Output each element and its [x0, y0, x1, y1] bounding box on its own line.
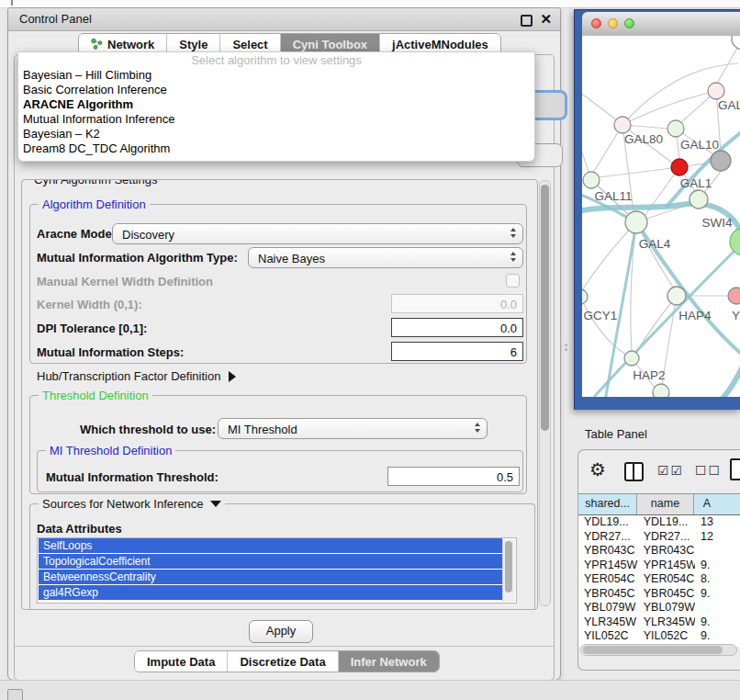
- column-header-name[interactable]: name: [637, 494, 694, 514]
- attribute-item-betweennesscentrality[interactable]: BetweennessCentrality: [39, 570, 502, 585]
- network-canvas[interactable]: GALGAL80GAL10GAL1GAL11SWI4GAL4GCY1HAP4YH…: [582, 36, 740, 397]
- table-cell[interactable]: YDL19...: [578, 515, 638, 530]
- float-icon[interactable]: [521, 15, 533, 27]
- gear-icon[interactable]: ⚙: [589, 458, 606, 480]
- network-node-partial-top[interactable]: [732, 36, 740, 50]
- network-node-GAL80[interactable]: [614, 117, 631, 133]
- table-cell[interactable]: YDR27...: [578, 530, 638, 545]
- table-row-8[interactable]: YIL052CYIL052C9.: [578, 629, 740, 644]
- hub-definition-toggle[interactable]: Hub/Transcription Factor Definition: [37, 369, 236, 383]
- cyni-algorithm-settings-group: Cyni Algorithm Settings Algorithm Defini…: [21, 179, 538, 610]
- table-cell[interactable]: 9.: [695, 587, 740, 602]
- table-cell[interactable]: YLR345W: [578, 615, 638, 630]
- tab-infer-network[interactable]: Infer Network: [339, 651, 439, 672]
- dpi-tolerance-input[interactable]: 0.0: [391, 318, 523, 337]
- columns-icon[interactable]: [624, 462, 644, 481]
- network-node-GAL10[interactable]: [667, 120, 684, 137]
- algorithm-option-bayesian-hill-climbing[interactable]: Bayesian – Hill Climbing: [18, 68, 534, 83]
- table-row-6[interactable]: YBL079WYBL079W: [578, 601, 740, 615]
- splitter-grip[interactable]: [565, 344, 568, 351]
- sources-collapse-toggle[interactable]: Sources for Network Inference: [39, 497, 225, 511]
- network-node-label: GAL4: [639, 237, 671, 251]
- settings-scrollbar-thumb[interactable]: [541, 185, 549, 431]
- aracne-mode-select[interactable]: Discovery: [112, 223, 523, 244]
- table-hscrollbar-thumb[interactable]: [583, 646, 723, 654]
- table-cell[interactable]: 9.: [695, 629, 740, 644]
- close-button[interactable]: [591, 18, 601, 28]
- column-header-a[interactable]: A: [694, 494, 740, 514]
- attributes-scrollbar[interactable]: [502, 539, 515, 602]
- table-row-3[interactable]: YPR145WYPR145W9.: [578, 559, 740, 573]
- tab-impute-data[interactable]: Impute Data: [135, 651, 228, 672]
- table-row-2[interactable]: YBR043CYBR043C: [578, 544, 740, 559]
- network-node-HAP2[interactable]: [624, 351, 639, 366]
- table-cell[interactable]: YDR27...: [638, 530, 695, 545]
- network-node-HAP4[interactable]: [667, 287, 686, 305]
- network-node-big-green[interactable]: [730, 228, 740, 255]
- table-cell[interactable]: YPR145W: [638, 559, 695, 573]
- algorithm-option-dream8-dc-tdc-algorithm[interactable]: Dream8 DC_TDC Algorithm: [18, 141, 534, 156]
- network-node-bottom[interactable]: [653, 384, 669, 397]
- page-icon[interactable]: [730, 458, 740, 480]
- attribute-item-gal4rgexp[interactable]: gal4RGexp: [39, 585, 502, 601]
- network-node-Y[interactable]: [728, 288, 740, 304]
- table-cell[interactable]: 8.: [695, 572, 740, 587]
- table-cell[interactable]: YBR043C: [638, 544, 695, 559]
- collapsed-panel-icon[interactable]: [7, 689, 23, 700]
- network-node-gray[interactable]: [711, 151, 731, 171]
- attribute-item-selfloops[interactable]: SelfLoops: [39, 538, 502, 554]
- apply-button[interactable]: Apply: [249, 620, 313, 643]
- algorithm-option-basic-correlation-inference[interactable]: Basic Correlation Inference: [18, 83, 534, 97]
- network-node-SWI4[interactable]: [690, 190, 708, 209]
- table-cell[interactable]: [695, 601, 740, 615]
- close-icon[interactable]: ✕: [540, 11, 552, 27]
- table-cell[interactable]: YIL052C: [578, 629, 638, 644]
- table-cell[interactable]: 9.: [695, 559, 740, 573]
- table-cell[interactable]: 13: [695, 515, 740, 530]
- table-cell[interactable]: YDL19...: [638, 515, 695, 530]
- dpi-tolerance-label: DPI Tolerance [0,1]:: [37, 322, 147, 335]
- minimize-button[interactable]: [608, 18, 618, 28]
- table-cell[interactable]: YBR043C: [578, 544, 638, 559]
- table-cell[interactable]: YER054C: [638, 572, 695, 587]
- data-attributes-list[interactable]: SelfLoopsTopologicalCoefficientBetweenne…: [37, 537, 517, 604]
- table-cell[interactable]: YBR045C: [638, 587, 695, 602]
- table-cell[interactable]: 12: [695, 530, 740, 545]
- table-row-0[interactable]: YDL19...YDL19...13: [578, 515, 740, 530]
- table-cell[interactable]: YLR345W: [638, 615, 695, 630]
- mi-steps-input[interactable]: 6: [391, 342, 523, 361]
- table-hscrollbar[interactable]: [580, 644, 737, 656]
- select-all-icon[interactable]: ☑☑: [657, 463, 684, 478]
- table-row-1[interactable]: YDR27...YDR27...12: [578, 530, 740, 545]
- deselect-all-icon[interactable]: ☐☐: [695, 463, 722, 478]
- table-cell[interactable]: YIL052C: [638, 629, 695, 644]
- table-cell[interactable]: 9.: [695, 615, 740, 630]
- table-row-5[interactable]: YBR045CYBR045C9.: [578, 587, 740, 602]
- network-node-GAL4[interactable]: [625, 211, 647, 233]
- zoom-button[interactable]: [624, 18, 634, 28]
- threshold-type-select[interactable]: MI Threshold: [218, 418, 488, 439]
- network-node-GCY1[interactable]: [582, 289, 588, 304]
- mi-threshold-input[interactable]: 0.5: [387, 467, 520, 486]
- network-node-GAL11[interactable]: [583, 172, 600, 188]
- column-header-shared[interactable]: shared...: [578, 494, 637, 514]
- attribute-item-topologicalcoefficient[interactable]: TopologicalCoefficient: [39, 554, 502, 570]
- table-cell[interactable]: YBL079W: [578, 601, 638, 615]
- settings-scrollbar[interactable]: [539, 180, 551, 606]
- algorithm-option-mutual-information-inference[interactable]: Mutual Information Inference: [18, 112, 534, 127]
- algorithm-option-bayesian-k2[interactable]: Bayesian – K2: [18, 127, 534, 141]
- attributes-scrollbar-thumb[interactable]: [505, 541, 512, 593]
- table-cell[interactable]: YBL079W: [638, 601, 695, 615]
- table-cell[interactable]: YBR045C: [578, 587, 638, 602]
- table-cell[interactable]: [695, 544, 740, 559]
- network-node-GAL1[interactable]: [671, 159, 688, 175]
- mi-algorithm-type-select[interactable]: Naive Bayes: [248, 247, 523, 268]
- algorithm-option-aracne-algorithm[interactable]: ARACNE Algorithm: [18, 97, 534, 112]
- table-cell[interactable]: YER054C: [578, 572, 638, 587]
- table-row-7[interactable]: YLR345WYLR345W9.: [578, 615, 740, 630]
- mi-steps-label: Mutual Information Steps:: [37, 345, 184, 359]
- table-row-4[interactable]: YER054CYER054C8.: [578, 572, 740, 587]
- table-cell[interactable]: YPR145W: [578, 559, 638, 573]
- tab-discretize-data[interactable]: Discretize Data: [228, 651, 338, 672]
- network-node-GAL[interactable]: [708, 83, 724, 99]
